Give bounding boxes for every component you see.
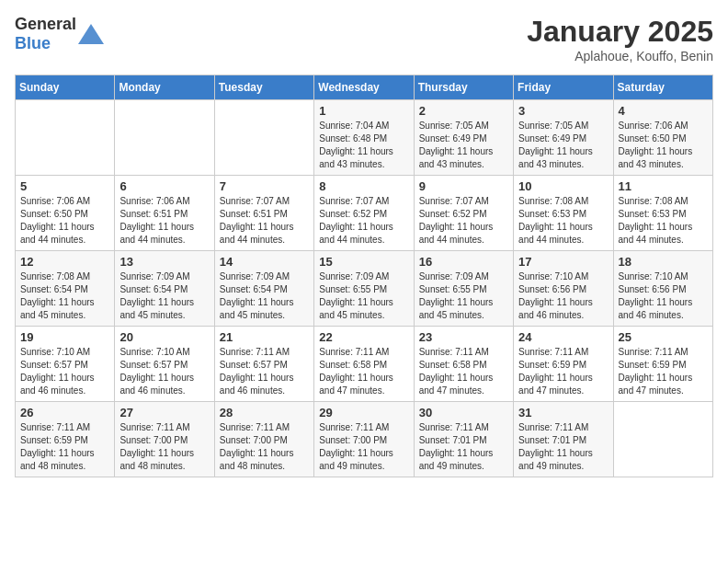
day-number: 13 <box>119 255 209 269</box>
svg-marker-0 <box>78 24 104 44</box>
calendar-cell <box>16 100 115 176</box>
day-info: Sunrise: 7:08 AMSunset: 6:53 PMDaylight:… <box>619 195 708 247</box>
calendar-cell: 5Sunrise: 7:06 AMSunset: 6:50 PMDaylight… <box>16 176 115 251</box>
title-block: January 2025 Aplahoue, Kouffo, Benin <box>527 15 713 63</box>
day-info: Sunrise: 7:11 AMSunset: 6:59 PMDaylight:… <box>518 346 608 397</box>
day-number: 22 <box>319 330 408 344</box>
day-number: 3 <box>518 104 608 118</box>
calendar-cell: 7Sunrise: 7:07 AMSunset: 6:51 PMDaylight… <box>214 176 313 251</box>
calendar-cell: 11Sunrise: 7:08 AMSunset: 6:53 PMDayligh… <box>613 176 712 251</box>
day-header-thursday: Thursday <box>414 75 513 100</box>
calendar-cell: 19Sunrise: 7:10 AMSunset: 6:57 PMDayligh… <box>16 327 115 402</box>
day-info: Sunrise: 7:06 AMSunset: 6:50 PMDaylight:… <box>20 195 109 247</box>
calendar-cell: 21Sunrise: 7:11 AMSunset: 6:57 PMDayligh… <box>214 327 313 402</box>
calendar-cell <box>613 402 712 477</box>
day-number: 24 <box>518 330 608 344</box>
calendar-cell: 20Sunrise: 7:10 AMSunset: 6:57 PMDayligh… <box>115 327 214 402</box>
day-info: Sunrise: 7:04 AMSunset: 6:48 PMDaylight:… <box>319 120 408 171</box>
calendar-cell: 29Sunrise: 7:11 AMSunset: 7:00 PMDayligh… <box>314 402 414 477</box>
day-info: Sunrise: 7:07 AMSunset: 6:51 PMDaylight:… <box>220 195 309 247</box>
day-info: Sunrise: 7:09 AMSunset: 6:55 PMDaylight:… <box>319 270 408 322</box>
calendar-cell: 8Sunrise: 7:07 AMSunset: 6:52 PMDaylight… <box>314 176 414 251</box>
day-header-sunday: Sunday <box>16 75 115 100</box>
day-info: Sunrise: 7:09 AMSunset: 6:55 PMDaylight:… <box>419 270 508 322</box>
day-info: Sunrise: 7:10 AMSunset: 6:57 PMDaylight:… <box>20 346 109 397</box>
week-row-4: 19Sunrise: 7:10 AMSunset: 6:57 PMDayligh… <box>16 327 713 402</box>
day-number: 4 <box>619 104 708 118</box>
day-info: Sunrise: 7:10 AMSunset: 6:56 PMDaylight:… <box>619 270 708 322</box>
day-number: 5 <box>20 179 109 193</box>
calendar-cell: 17Sunrise: 7:10 AMSunset: 6:56 PMDayligh… <box>514 251 613 327</box>
calendar-cell: 24Sunrise: 7:11 AMSunset: 6:59 PMDayligh… <box>514 327 613 402</box>
day-number: 11 <box>619 179 708 193</box>
day-info: Sunrise: 7:10 AMSunset: 6:56 PMDaylight:… <box>518 270 608 322</box>
calendar-cell <box>115 100 214 176</box>
week-row-3: 12Sunrise: 7:08 AMSunset: 6:54 PMDayligh… <box>16 251 713 327</box>
calendar-cell: 28Sunrise: 7:11 AMSunset: 7:00 PMDayligh… <box>214 402 313 477</box>
day-number: 21 <box>220 330 309 344</box>
logo-blue: Blue <box>15 34 51 52</box>
day-info: Sunrise: 7:11 AMSunset: 6:59 PMDaylight:… <box>20 421 109 473</box>
day-info: Sunrise: 7:11 AMSunset: 6:59 PMDaylight:… <box>619 346 708 397</box>
day-info: Sunrise: 7:11 AMSunset: 7:01 PMDaylight:… <box>419 421 508 473</box>
day-number: 2 <box>419 104 508 118</box>
calendar-cell: 3Sunrise: 7:05 AMSunset: 6:49 PMDaylight… <box>514 100 613 176</box>
day-number: 12 <box>20 255 109 269</box>
calendar-cell: 30Sunrise: 7:11 AMSunset: 7:01 PMDayligh… <box>414 402 513 477</box>
day-info: Sunrise: 7:05 AMSunset: 6:49 PMDaylight:… <box>419 120 508 171</box>
day-info: Sunrise: 7:05 AMSunset: 6:49 PMDaylight:… <box>518 120 608 171</box>
calendar-cell: 6Sunrise: 7:06 AMSunset: 6:51 PMDaylight… <box>115 176 214 251</box>
logo-general: General <box>15 15 76 33</box>
calendar-cell: 18Sunrise: 7:10 AMSunset: 6:56 PMDayligh… <box>613 251 712 327</box>
day-number: 18 <box>619 255 708 269</box>
day-number: 25 <box>619 330 708 344</box>
day-number: 26 <box>20 406 109 419</box>
calendar-cell: 14Sunrise: 7:09 AMSunset: 6:54 PMDayligh… <box>214 251 313 327</box>
day-number: 31 <box>518 406 608 419</box>
day-info: Sunrise: 7:11 AMSunset: 6:57 PMDaylight:… <box>220 346 309 397</box>
month-title: January 2025 <box>527 15 713 49</box>
calendar-cell: 22Sunrise: 7:11 AMSunset: 6:58 PMDayligh… <box>314 327 414 402</box>
day-header-friday: Friday <box>514 75 613 100</box>
day-info: Sunrise: 7:07 AMSunset: 6:52 PMDaylight:… <box>419 195 508 247</box>
calendar-cell: 25Sunrise: 7:11 AMSunset: 6:59 PMDayligh… <box>613 327 712 402</box>
calendar-cell: 15Sunrise: 7:09 AMSunset: 6:55 PMDayligh… <box>314 251 414 327</box>
page-header: General Blue January 2025 Aplahoue, Kouf… <box>15 15 713 63</box>
day-number: 29 <box>319 406 408 419</box>
day-info: Sunrise: 7:06 AMSunset: 6:51 PMDaylight:… <box>119 195 209 247</box>
day-number: 9 <box>419 179 508 193</box>
logo-text: General Blue <box>15 15 76 53</box>
day-info: Sunrise: 7:11 AMSunset: 7:01 PMDaylight:… <box>518 421 608 473</box>
day-number: 14 <box>220 255 309 269</box>
calendar-cell: 13Sunrise: 7:09 AMSunset: 6:54 PMDayligh… <box>115 251 214 327</box>
day-header-tuesday: Tuesday <box>214 75 313 100</box>
day-info: Sunrise: 7:11 AMSunset: 7:00 PMDaylight:… <box>220 421 309 473</box>
calendar-cell: 27Sunrise: 7:11 AMSunset: 7:00 PMDayligh… <box>115 402 214 477</box>
calendar-cell: 1Sunrise: 7:04 AMSunset: 6:48 PMDaylight… <box>314 100 414 176</box>
day-info: Sunrise: 7:09 AMSunset: 6:54 PMDaylight:… <box>119 270 209 322</box>
day-info: Sunrise: 7:06 AMSunset: 6:50 PMDaylight:… <box>619 120 708 171</box>
week-row-1: 1Sunrise: 7:04 AMSunset: 6:48 PMDaylight… <box>16 100 713 176</box>
day-info: Sunrise: 7:11 AMSunset: 6:58 PMDaylight:… <box>319 346 408 397</box>
day-number: 7 <box>220 179 309 193</box>
day-header-monday: Monday <box>115 75 214 100</box>
calendar-cell <box>214 100 313 176</box>
day-number: 28 <box>220 406 309 419</box>
day-number: 15 <box>319 255 408 269</box>
day-number: 30 <box>419 406 508 419</box>
day-info: Sunrise: 7:11 AMSunset: 7:00 PMDaylight:… <box>319 421 408 473</box>
week-row-2: 5Sunrise: 7:06 AMSunset: 6:50 PMDaylight… <box>16 176 713 251</box>
day-info: Sunrise: 7:08 AMSunset: 6:53 PMDaylight:… <box>518 195 608 247</box>
calendar-cell: 16Sunrise: 7:09 AMSunset: 6:55 PMDayligh… <box>414 251 513 327</box>
day-number: 10 <box>518 179 608 193</box>
day-number: 23 <box>419 330 508 344</box>
day-number: 1 <box>319 104 408 118</box>
calendar-cell: 9Sunrise: 7:07 AMSunset: 6:52 PMDaylight… <box>414 176 513 251</box>
day-number: 19 <box>20 330 109 344</box>
calendar-cell: 31Sunrise: 7:11 AMSunset: 7:01 PMDayligh… <box>514 402 613 477</box>
calendar-cell: 12Sunrise: 7:08 AMSunset: 6:54 PMDayligh… <box>16 251 115 327</box>
calendar-cell: 10Sunrise: 7:08 AMSunset: 6:53 PMDayligh… <box>514 176 613 251</box>
calendar-cell: 26Sunrise: 7:11 AMSunset: 6:59 PMDayligh… <box>16 402 115 477</box>
calendar-table: SundayMondayTuesdayWednesdayThursdayFrid… <box>15 75 713 477</box>
location-title: Aplahoue, Kouffo, Benin <box>527 49 713 63</box>
